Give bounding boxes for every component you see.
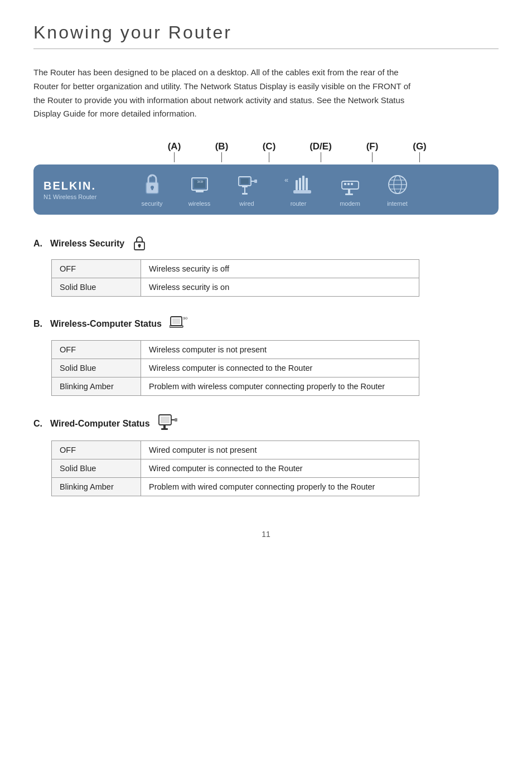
svg-rect-36 [172,318,180,324]
belkin-brand: BELKIN. N1 Wireless Router [43,180,116,200]
status-table-0: OFFWireless security is offSolid BlueWir… [51,259,419,297]
section-heading-2: C.Wired-Computer Status [33,414,499,434]
svg-rect-42 [161,428,168,430]
label-b: (B) [198,141,245,162]
page-number: 11 [33,530,499,539]
svg-rect-22 [344,183,346,185]
router-icon: « [283,172,313,197]
svg-rect-37 [170,326,183,327]
lock-icon-container [132,235,147,253]
section-letter: A. [33,239,45,249]
svg-rect-44 [175,418,177,422]
state-cell: OFF [52,260,141,278]
svg-rect-25 [348,189,350,193]
svg-rect-40 [161,417,170,423]
table-row: Solid BlueWired computer is connected to… [52,459,419,478]
belkin-sub: N1 Wireless Router [43,193,116,200]
section-title: Wireless-Computer Status [50,319,162,329]
description-cell: Wireless security is off [141,260,419,278]
svg-rect-11 [244,187,245,193]
section-heading-0: A.Wireless Security [33,235,499,253]
section-a: A.Wireless Security OFFWireless security… [33,235,499,297]
svg-rect-26 [345,193,353,195]
router-diagram: (A) (B) (C) (D/E) (F) (G) BELKIN. N1 Wir… [33,141,499,215]
svg-text:«: « [284,176,288,184]
diagram-labels-row: (A) (B) (C) (D/E) (F) (G) [33,141,499,162]
page-title: Knowing your Router [33,22,499,43]
description-cell: Wired computer is connected to the Route… [141,459,419,478]
state-cell: Solid Blue [52,459,141,478]
description-cell: Wireless security is on [141,278,419,297]
label-f: (F) [349,141,396,162]
description-cell: Problem with wireless computer connectin… [141,377,419,396]
table-row: OFFWireless security is off [52,260,419,278]
modem-icon [340,172,361,197]
table-row: Solid BlueWireless security is on [52,278,419,297]
svg-rect-19 [306,178,308,190]
label-a: (A) [151,141,198,162]
state-cell: OFF [52,441,141,459]
internet-icon [387,172,408,197]
wireless-label: wireless [188,200,211,207]
wired-label: wired [239,200,254,207]
svg-rect-9 [241,178,249,184]
sections-container: A.Wireless Security OFFWireless security… [33,235,499,496]
status-table-1: OFFWireless computer is not presentSolid… [51,340,419,396]
label-g: (G) [396,141,443,162]
description-cell: Wireless computer is not present [141,341,419,359]
state-cell: Solid Blue [52,278,141,297]
belkin-logo: BELKIN. [43,180,116,192]
router-icons: » security »» wireless [128,172,489,207]
internet-label: internet [387,200,408,207]
title-divider [33,49,499,49]
section-title: Wired-Computer Status [50,419,150,429]
wireless-laptop-icon-container: »» [170,314,187,333]
state-cell: Solid Blue [52,359,141,377]
svg-rect-41 [163,425,166,428]
label-c: (C) [245,141,293,162]
wired-computer-icon [158,414,178,432]
table-row: OFFWired computer is not present [52,441,419,459]
security-icon: » [142,172,163,197]
intro-paragraph: The Router has been designed to be place… [33,66,424,121]
svg-rect-34 [139,245,141,248]
svg-text:»: » [149,174,152,179]
table-row: Blinking AmberProblem with wired compute… [52,478,419,496]
section-heading-1: B.Wireless-Computer Status »» [33,314,499,333]
label-de: (D/E) [293,141,349,162]
lock-icon [132,235,147,250]
svg-rect-17 [299,178,301,190]
router-image-box: BELKIN. N1 Wireless Router » security [33,164,499,215]
wired-icon-cell: wired [223,172,270,207]
svg-text:»»: »» [197,178,204,185]
description-cell: Problem with wired computer connecting p… [141,478,419,496]
description-cell: Wireless computer is connected to the Ro… [141,359,419,377]
svg-rect-24 [351,183,353,185]
wireless-icon-cell: »» wireless [176,172,223,207]
state-cell: Blinking Amber [52,478,141,496]
table-row: Blinking AmberProblem with wireless comp… [52,377,419,396]
router-label: router [291,200,307,207]
wired-computer-icon-container [158,414,178,434]
security-icon-cell: » security [128,172,176,207]
svg-rect-2 [151,187,153,190]
svg-rect-23 [347,183,350,185]
state-cell: Blinking Amber [52,377,141,396]
section-b: B.Wireless-Computer Status »» OFFWireles… [33,314,499,396]
svg-rect-6 [196,190,204,192]
router-icon-cell: « router [270,172,326,207]
wireless-laptop-icon: »» [170,314,187,331]
svg-rect-14 [254,180,257,183]
section-letter: C. [33,419,45,429]
internet-icon-cell: internet [374,172,421,207]
state-cell: OFF [52,341,141,359]
svg-rect-10 [242,186,248,187]
modem-icon-cell: modem [326,172,374,207]
svg-rect-16 [296,180,298,190]
table-row: Solid BlueWireless computer is connected… [52,359,419,377]
svg-text:»»: »» [183,315,187,321]
security-label: security [142,200,163,207]
svg-rect-18 [302,176,304,190]
description-cell: Wired computer is not present [141,441,419,459]
svg-rect-20 [293,190,311,193]
